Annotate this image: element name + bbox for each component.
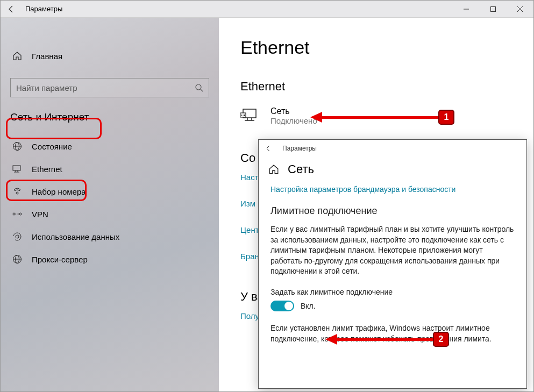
sidebar-item-proxy[interactable]: Прокси-сервер (1, 248, 219, 270)
search-input[interactable] (16, 83, 195, 92)
maximize-button[interactable] (480, 1, 507, 18)
annotation-callout-2: 2 (325, 332, 449, 347)
sidebar-home-label: Главная (32, 52, 62, 61)
sidebar-item-datausage[interactable]: Использование данных (1, 225, 219, 248)
firewall-link[interactable]: Настройка параметров брандмауэра и безоп… (270, 185, 515, 194)
svg-point-15 (13, 233, 21, 240)
annotation-highlight-ethernet (6, 180, 87, 201)
titlebar: Параметры (1, 1, 533, 18)
sidebar-item-label: Использование данных (32, 232, 119, 241)
metered-toggle[interactable] (270, 301, 294, 311)
sidebar-item-label: Ethernet (32, 165, 62, 174)
page-title: Ethernet (240, 37, 521, 58)
window-title: Параметры (22, 5, 453, 13)
sidebar-item-label: Состояние (32, 142, 72, 151)
annotation-highlight-group (6, 118, 102, 139)
annotation-callout-1: 1 (310, 110, 454, 125)
svg-rect-1 (491, 6, 496, 11)
globe-icon (12, 141, 22, 151)
home-icon[interactable] (268, 164, 279, 175)
ethernet-icon (12, 164, 22, 174)
sidebar-item-label: VPN (32, 210, 48, 219)
svg-point-12 (13, 213, 15, 215)
metered-description: Если у вас лимитный тарифный план и вы х… (270, 224, 515, 277)
callout-badge: 2 (433, 332, 449, 347)
network-settings-overlay: Параметры Сеть Настройка параметров бран… (258, 139, 527, 389)
search-icon (195, 83, 203, 92)
svg-point-13 (19, 213, 22, 215)
home-icon (12, 51, 22, 61)
search-box[interactable] (10, 78, 209, 97)
overlay-heading: Сеть (288, 162, 314, 176)
sidebar-item-ethernet[interactable]: Ethernet (1, 158, 219, 180)
close-button[interactable] (507, 1, 533, 18)
toggle-state: Вкл. (301, 302, 316, 310)
proxy-icon (12, 254, 22, 264)
section-title: Ethernet (240, 80, 521, 94)
svg-point-16 (16, 235, 19, 238)
svg-point-2 (196, 84, 201, 90)
overlay-title: Параметры (282, 145, 317, 152)
svg-rect-7 (13, 166, 20, 170)
toggle-label: Задать как лимитное подключение (270, 288, 515, 296)
back-button[interactable] (1, 5, 22, 13)
metered-heading: Лимитное подключение (270, 205, 515, 217)
network-monitor-icon (240, 108, 259, 124)
vpn-icon (12, 210, 22, 218)
back-icon[interactable] (265, 145, 272, 152)
minimize-button[interactable] (453, 1, 480, 18)
sidebar-item-label: Прокси-сервер (32, 255, 88, 264)
sidebar: Главная Сеть и Интернет Состояние (1, 18, 219, 391)
overlay-titlebar: Параметры (259, 140, 526, 157)
data-icon (12, 232, 22, 241)
svg-line-3 (201, 89, 203, 91)
sidebar-home[interactable]: Главная (1, 45, 219, 67)
callout-badge: 1 (438, 110, 454, 125)
sidebar-item-vpn[interactable]: VPN (1, 203, 219, 225)
